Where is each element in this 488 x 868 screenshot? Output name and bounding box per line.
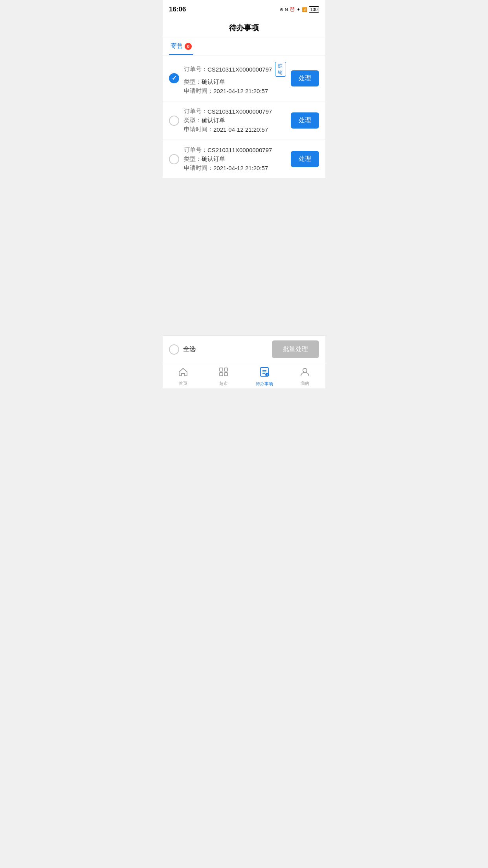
- order-list: 订单号： CS210311X0000000797 赊销 类型： 确认订单 申请时…: [163, 55, 325, 178]
- order-time-row-3: 申请时间： 2021-04-12 21:20:57: [184, 164, 286, 172]
- tab-consignment-badge: 0: [185, 43, 192, 50]
- select-all-checkbox[interactable]: [169, 344, 179, 355]
- pending-icon: !: [259, 366, 270, 380]
- bottom-action-bar: 全选 批量处理: [163, 335, 325, 363]
- order-time-label-1: 申请时间：: [184, 87, 213, 95]
- battery-icon: 100: [309, 6, 319, 13]
- tab-bar-mine-label: 我的: [301, 381, 309, 386]
- table-row: 订单号： CS210311X0000000797 类型： 确认订单 申请时间： …: [163, 101, 325, 140]
- order-checkbox-3[interactable]: [169, 154, 179, 164]
- tab-bar-supermarket-label: 超市: [219, 381, 228, 386]
- status-icons: ⊙ N ⏰ ✦ 📶 100: [280, 6, 319, 13]
- alarm-icon: ⏰: [290, 7, 295, 12]
- signal-icons: 📶: [302, 7, 307, 12]
- order-type-label-2: 类型：: [184, 117, 202, 124]
- grid-icon: [218, 367, 229, 379]
- page-title: 待办事项: [229, 24, 259, 32]
- tab-bar-pending-label: 待办事项: [256, 381, 273, 387]
- order-time-value-2: 2021-04-12 21:20:57: [213, 126, 268, 133]
- order-time-label-3: 申请时间：: [184, 164, 213, 172]
- status-time: 16:06: [169, 6, 186, 13]
- order-type-row-1: 类型： 确认订单: [184, 78, 286, 86]
- order-time-label-2: 申请时间：: [184, 126, 213, 133]
- order-info-1: 订单号： CS210311X0000000797 赊销 类型： 确认订单 申请时…: [184, 62, 286, 95]
- eye-icon: ⊙: [280, 7, 283, 12]
- tab-consignment-label: 寄售: [171, 42, 183, 50]
- content-area: 订单号： CS210311X0000000797 赊销 类型： 确认订单 申请时…: [163, 55, 325, 335]
- order-type-value-2: 确认订单: [202, 117, 225, 124]
- order-number-label-1: 订单号：: [184, 66, 207, 73]
- select-all-label: 全选: [183, 345, 196, 353]
- tab-bar-item-supermarket[interactable]: 超市: [212, 367, 235, 386]
- svg-rect-2: [220, 373, 223, 376]
- table-row: 订单号： CS210311X0000000797 类型： 确认订单 申请时间： …: [163, 140, 325, 178]
- tab-bar-item-pending[interactable]: ! 待办事项: [253, 366, 276, 387]
- order-type-row-3: 类型： 确认订单: [184, 155, 286, 163]
- order-number-label-2: 订单号：: [184, 108, 207, 115]
- order-info-3: 订单号： CS210311X0000000797 类型： 确认订单 申请时间： …: [184, 146, 286, 172]
- order-checkbox-1[interactable]: [169, 73, 179, 83]
- order-time-value-3: 2021-04-12 21:20:57: [213, 165, 268, 171]
- order-type-value-1: 确认订单: [202, 78, 225, 86]
- order-type-label-1: 类型：: [184, 78, 202, 86]
- order-number-row-1: 订单号： CS210311X0000000797 赊销: [184, 62, 286, 77]
- order-tag-1: 赊销: [275, 62, 286, 77]
- order-number-row-3: 订单号： CS210311X0000000797: [184, 146, 286, 154]
- order-number-value-1: CS210311X0000000797: [207, 66, 272, 73]
- svg-rect-0: [220, 368, 223, 371]
- tab-bar-home-label: 首页: [179, 381, 187, 386]
- order-number-value-2: CS210311X0000000797: [207, 108, 272, 115]
- svg-text:!: !: [266, 373, 268, 377]
- page-header: 待办事项: [163, 17, 325, 37]
- order-type-label-3: 类型：: [184, 155, 202, 163]
- bottom-tab-bar: 首页 超市 ! 待办事项: [163, 363, 325, 388]
- select-all-area: 全选: [169, 344, 196, 355]
- svg-rect-1: [224, 368, 227, 371]
- batch-process-button[interactable]: 批量处理: [272, 340, 319, 358]
- order-time-row-2: 申请时间： 2021-04-12 21:20:57: [184, 126, 286, 133]
- svg-rect-3: [224, 373, 227, 376]
- bluetooth-icon: ✦: [297, 7, 300, 12]
- process-button-2[interactable]: 处理: [291, 112, 319, 129]
- order-time-value-1: 2021-04-12 21:20:57: [213, 88, 268, 94]
- nfc-icon: N: [285, 7, 288, 12]
- person-icon: [300, 367, 310, 379]
- order-number-value-3: CS210311X0000000797: [207, 147, 272, 153]
- svg-point-10: [303, 368, 307, 372]
- empty-area: [163, 178, 325, 335]
- tab-bar-item-home[interactable]: 首页: [171, 367, 195, 386]
- order-type-value-3: 确认订单: [202, 155, 225, 163]
- status-bar: 16:06 ⊙ N ⏰ ✦ 📶 100: [163, 0, 325, 17]
- order-checkbox-2[interactable]: [169, 116, 179, 126]
- order-number-label-3: 订单号：: [184, 146, 207, 154]
- process-button-3[interactable]: 处理: [291, 151, 319, 167]
- process-button-1[interactable]: 处理: [291, 70, 319, 86]
- table-row: 订单号： CS210311X0000000797 赊销 类型： 确认订单 申请时…: [163, 55, 325, 101]
- tab-bar-item-mine[interactable]: 我的: [293, 367, 317, 386]
- tab-bar-top: 寄售 0: [163, 37, 325, 55]
- tab-consignment[interactable]: 寄售 0: [169, 37, 193, 55]
- order-info-2: 订单号： CS210311X0000000797 类型： 确认订单 申请时间： …: [184, 108, 286, 133]
- order-number-row-2: 订单号： CS210311X0000000797: [184, 108, 286, 115]
- order-time-row-1: 申请时间： 2021-04-12 21:20:57: [184, 87, 286, 95]
- home-icon: [178, 367, 188, 379]
- order-type-row-2: 类型： 确认订单: [184, 117, 286, 124]
